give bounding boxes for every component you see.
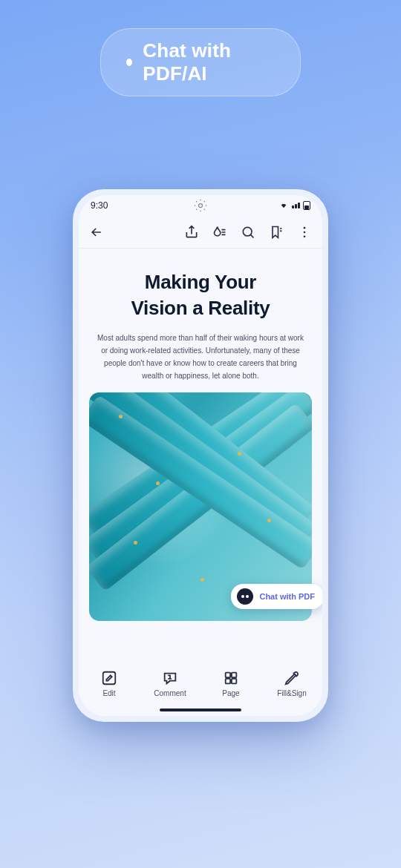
status-bar: 9:30	[79, 195, 322, 216]
svg-point-4	[304, 235, 306, 237]
page-icon	[223, 670, 239, 686]
status-time: 9:30	[91, 200, 108, 211]
title-line-2: Vision a Reality	[89, 295, 312, 321]
feature-badge-label: Chat with PDF/AI	[143, 39, 275, 85]
app-bar-actions	[184, 225, 312, 240]
tab-fill-sign[interactable]: Fill&Sign	[266, 670, 318, 697]
comment-icon	[162, 670, 178, 686]
share-icon[interactable]	[184, 225, 199, 240]
tab-page[interactable]: Page	[205, 670, 257, 697]
tab-page-label: Page	[222, 689, 239, 697]
title-line-1: Making Your	[89, 269, 312, 295]
back-icon[interactable]	[89, 225, 104, 240]
svg-point-3	[304, 231, 306, 233]
document-body: Most adults spend more than half of thei…	[89, 332, 312, 382]
pen-icon	[284, 670, 300, 686]
chat-with-pdf-button[interactable]: Chat with PDF	[231, 584, 322, 609]
app-bar	[79, 216, 322, 249]
bookmark-icon[interactable]	[269, 225, 284, 240]
phone-frame: 9:30	[73, 189, 328, 722]
document-content: Making Your Vision a Reality Most adults…	[79, 249, 322, 664]
wifi-icon	[278, 202, 289, 209]
svg-rect-6	[226, 673, 230, 677]
edit-icon	[101, 670, 117, 686]
tab-comment[interactable]: Comment	[144, 670, 196, 697]
more-icon[interactable]	[297, 225, 312, 240]
tab-edit[interactable]: Edit	[83, 670, 135, 697]
svg-point-2	[304, 226, 306, 228]
svg-rect-9	[232, 679, 236, 683]
ink-icon[interactable]	[212, 225, 227, 240]
chat-with-pdf-label: Chat with PDF	[259, 592, 315, 601]
home-indicator	[160, 708, 241, 711]
phone-screen: 9:30	[79, 195, 322, 716]
search-icon[interactable]	[241, 225, 255, 240]
svg-rect-8	[226, 679, 230, 683]
svg-rect-5	[103, 672, 116, 685]
svg-point-1	[243, 227, 252, 236]
brightness-icon	[193, 198, 208, 213]
feature-badge: Chat with PDF/AI	[100, 28, 301, 96]
tab-fill-sign-label: Fill&Sign	[277, 689, 306, 697]
document-title: Making Your Vision a Reality	[89, 269, 312, 321]
status-right	[278, 201, 310, 210]
dot-icon	[126, 59, 132, 66]
bot-avatar-icon	[237, 588, 253, 605]
svg-point-0	[199, 204, 203, 208]
tab-comment-label: Comment	[154, 689, 186, 697]
tab-edit-label: Edit	[102, 689, 115, 697]
signal-icon	[292, 203, 300, 208]
svg-rect-7	[232, 673, 236, 677]
battery-icon	[303, 201, 310, 210]
